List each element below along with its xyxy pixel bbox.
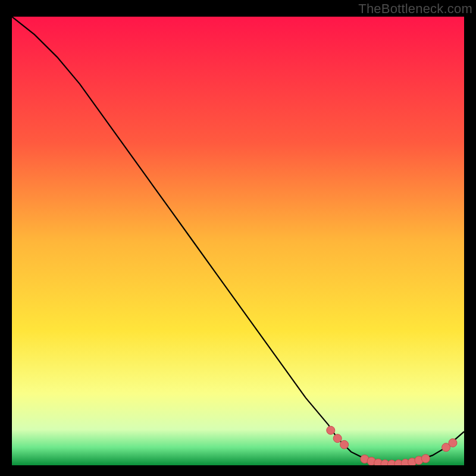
marker-dot <box>333 434 342 443</box>
marker-dot <box>449 439 457 447</box>
plot-area <box>12 17 464 465</box>
marker-dot <box>327 426 335 434</box>
chart-svg <box>12 17 464 465</box>
marker-dot <box>421 455 430 463</box>
watermark-text: TheBottleneck.com <box>358 1 472 17</box>
chart-frame: TheBottleneck.com <box>0 0 476 476</box>
marker-dot <box>340 440 349 449</box>
